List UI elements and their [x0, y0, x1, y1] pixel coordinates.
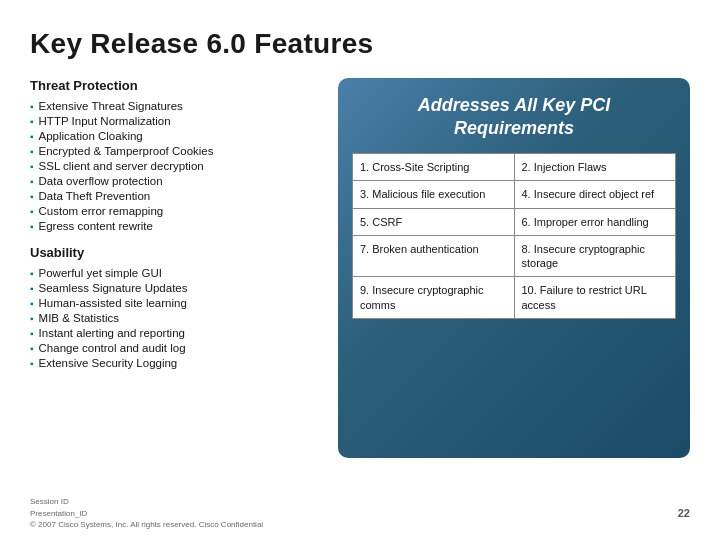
- list-item: Human-assisted site learning: [30, 295, 320, 310]
- threat-section-title: Threat Protection: [30, 78, 320, 93]
- list-item: HTTP Input Normalization: [30, 113, 320, 128]
- page-title: Key Release 6.0 Features: [30, 28, 690, 60]
- table-cell: 4. Insecure direct object ref: [514, 181, 676, 208]
- table-row: 7. Broken authentication 8. Insecure cry…: [353, 235, 676, 277]
- list-item: Extensive Security Logging: [30, 355, 320, 370]
- pci-table: 1. Cross-Site Scripting 2. Injection Fla…: [352, 153, 676, 319]
- table-cell: 2. Injection Flaws: [514, 154, 676, 181]
- list-item: Encrypted & Tamperproof Cookies: [30, 143, 320, 158]
- footer-left: Session ID Presentation_ID © 2007 Cisco …: [30, 496, 263, 530]
- table-cell: 5. CSRF: [353, 208, 515, 235]
- pci-title: Addresses All Key PCI Requirements: [352, 94, 676, 139]
- list-item: Powerful yet simple GUI: [30, 265, 320, 280]
- table-cell: 8. Insecure cryptographic storage: [514, 235, 676, 277]
- table-row: 5. CSRF 6. Improper error handling: [353, 208, 676, 235]
- table-cell: 1. Cross-Site Scripting: [353, 154, 515, 181]
- usability-section-title: Usability: [30, 245, 320, 260]
- list-item: Instant alerting and reporting: [30, 325, 320, 340]
- threat-list: Extensive Threat Signatures HTTP Input N…: [30, 98, 320, 233]
- list-item: SSL client and server decryption: [30, 158, 320, 173]
- list-item: MIB & Statistics: [30, 310, 320, 325]
- list-item: Seamless Signature Updates: [30, 280, 320, 295]
- table-cell: 6. Improper error handling: [514, 208, 676, 235]
- list-item: Change control and audit log: [30, 340, 320, 355]
- list-item: Custom error remapping: [30, 203, 320, 218]
- list-item: Data overflow protection: [30, 173, 320, 188]
- footer-page-number: 22: [678, 507, 690, 519]
- table-cell: 7. Broken authentication: [353, 235, 515, 277]
- right-panel: Addresses All Key PCI Requirements 1. Cr…: [338, 78, 690, 458]
- content-area: Threat Protection Extensive Threat Signa…: [30, 78, 690, 458]
- usability-list: Powerful yet simple GUI Seamless Signatu…: [30, 265, 320, 370]
- table-row: 9. Insecure cryptographic comms 10. Fail…: [353, 277, 676, 319]
- list-item: Application Cloaking: [30, 128, 320, 143]
- table-cell: 10. Failure to restrict URL access: [514, 277, 676, 319]
- table-row: 1. Cross-Site Scripting 2. Injection Fla…: [353, 154, 676, 181]
- table-cell: 3. Malicious file execution: [353, 181, 515, 208]
- table-cell: 9. Insecure cryptographic comms: [353, 277, 515, 319]
- left-panel: Threat Protection Extensive Threat Signa…: [30, 78, 320, 458]
- slide: Key Release 6.0 Features Threat Protecti…: [0, 0, 720, 540]
- footer: Session ID Presentation_ID © 2007 Cisco …: [0, 496, 720, 530]
- list-item: Extensive Threat Signatures: [30, 98, 320, 113]
- list-item: Egress content rewrite: [30, 218, 320, 233]
- table-row: 3. Malicious file execution 4. Insecure …: [353, 181, 676, 208]
- list-item: Data Theft Prevention: [30, 188, 320, 203]
